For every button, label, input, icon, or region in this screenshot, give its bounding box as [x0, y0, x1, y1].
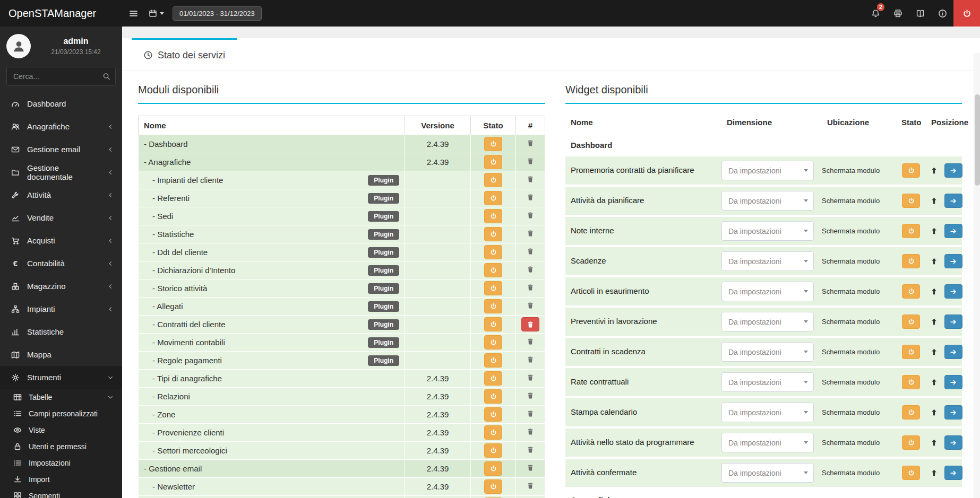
- trash-icon[interactable]: [527, 338, 534, 345]
- scrollbar-thumb[interactable]: [975, 94, 980, 186]
- module-toggle-button[interactable]: [484, 443, 502, 458]
- trash-icon[interactable]: [527, 446, 534, 453]
- dimension-select[interactable]: Da impostazioni: [721, 191, 814, 211]
- trash-icon[interactable]: [527, 212, 534, 219]
- move-to-button[interactable]: [944, 254, 962, 268]
- sidebar-item-gestione-email[interactable]: Gestione email: [0, 138, 122, 161]
- sidebar-item-contabilita[interactable]: €Contabilità: [0, 252, 122, 275]
- sidebar-subitem-impostazioni[interactable]: Impostazioni: [0, 455, 122, 471]
- trash-icon[interactable]: [527, 194, 534, 201]
- module-delete-button[interactable]: [521, 317, 539, 331]
- widget-toggle-button[interactable]: [902, 435, 920, 450]
- dimension-select[interactable]: Da impostazioni: [721, 403, 814, 422]
- brand-logo[interactable]: OpenSTAManager: [0, 0, 122, 27]
- calendar-dropdown-button[interactable]: [144, 0, 168, 27]
- module-toggle-button[interactable]: [484, 245, 502, 259]
- move-to-button[interactable]: [944, 375, 962, 389]
- trash-icon[interactable]: [527, 428, 534, 435]
- logout-button[interactable]: [953, 0, 980, 27]
- avatar[interactable]: [6, 34, 31, 58]
- move-to-button[interactable]: [944, 194, 962, 208]
- info-button[interactable]: [931, 0, 953, 27]
- sidebar-item-strumenti[interactable]: Strumenti: [0, 366, 122, 389]
- manual-button[interactable]: [909, 0, 931, 27]
- widget-toggle-button[interactable]: [902, 405, 920, 420]
- module-toggle-button[interactable]: [484, 335, 502, 350]
- module-toggle-button[interactable]: [484, 209, 502, 223]
- sidebar-item-magazzino[interactable]: Magazzino: [0, 275, 122, 298]
- trash-icon[interactable]: [527, 230, 534, 237]
- dimension-select[interactable]: Da impostazioni: [721, 433, 814, 452]
- sidebar-subitem-campi-personalizzati[interactable]: Campi personalizzati: [0, 405, 122, 422]
- sidebar-item-mappa[interactable]: Mappa: [0, 343, 122, 366]
- sidebar-subitem-import[interactable]: Import: [0, 471, 122, 487]
- sidebar-item-statistiche[interactable]: Statistiche: [0, 320, 122, 343]
- module-toggle-button[interactable]: [484, 461, 502, 476]
- trash-icon[interactable]: [527, 410, 534, 417]
- module-toggle-button[interactable]: [484, 389, 502, 404]
- dimension-select[interactable]: Da impostazioni: [721, 372, 814, 392]
- widget-toggle-button[interactable]: [902, 314, 920, 329]
- move-up-icon[interactable]: [930, 167, 938, 174]
- dimension-select[interactable]: Da impostazioni: [721, 282, 814, 301]
- trash-icon[interactable]: [527, 482, 534, 490]
- widget-toggle-button[interactable]: [902, 224, 920, 238]
- module-toggle-button[interactable]: [484, 263, 502, 277]
- module-toggle-button[interactable]: [484, 353, 502, 368]
- module-toggle-button[interactable]: [484, 155, 502, 169]
- module-toggle-button[interactable]: [484, 371, 502, 386]
- trash-icon[interactable]: [527, 374, 534, 381]
- trash-icon[interactable]: [527, 464, 534, 471]
- module-toggle-button[interactable]: [484, 299, 502, 313]
- trash-icon[interactable]: [527, 139, 534, 147]
- trash-icon[interactable]: [527, 302, 534, 309]
- trash-icon[interactable]: [527, 392, 534, 399]
- move-up-icon[interactable]: [930, 227, 938, 235]
- move-up-icon[interactable]: [930, 197, 938, 205]
- widget-toggle-button[interactable]: [902, 163, 920, 178]
- sidebar-item-acquisti[interactable]: Acquisti: [0, 229, 122, 252]
- trash-icon[interactable]: [527, 266, 534, 273]
- dimension-select[interactable]: Da impostazioni: [721, 161, 814, 180]
- move-to-button[interactable]: [944, 435, 962, 450]
- scrollbar[interactable]: [974, 53, 980, 498]
- module-toggle-button[interactable]: [484, 407, 502, 422]
- trash-icon[interactable]: [527, 176, 534, 183]
- trash-icon[interactable]: [527, 284, 534, 291]
- widget-toggle-button[interactable]: [902, 375, 920, 389]
- search-input[interactable]: [6, 67, 116, 86]
- widget-toggle-button[interactable]: [902, 284, 920, 299]
- move-up-icon[interactable]: [930, 378, 938, 386]
- move-up-icon[interactable]: [930, 439, 938, 447]
- sidebar-item-attivita[interactable]: Attività: [0, 184, 122, 206]
- sidebar-subitem-viste[interactable]: Viste: [0, 422, 122, 438]
- module-toggle-button[interactable]: [484, 191, 502, 205]
- sidebar-item-anagrafiche[interactable]: Anagrafiche: [0, 115, 122, 138]
- move-to-button[interactable]: [944, 405, 962, 420]
- trash-icon[interactable]: [527, 356, 534, 363]
- dimension-select[interactable]: Da impostazioni: [721, 463, 814, 483]
- sidebar-item-dashboard[interactable]: Dashboard: [0, 92, 122, 115]
- sidebar-subitem-segmenti[interactable]: Segmenti: [0, 487, 122, 498]
- trash-icon[interactable]: [527, 248, 534, 255]
- widget-toggle-button[interactable]: [902, 345, 920, 359]
- sidebar-subitem-utenti-e-permessi[interactable]: Utenti e permessi: [0, 438, 122, 455]
- move-to-button[interactable]: [944, 314, 962, 329]
- sidebar-item-impianti[interactable]: Impianti: [0, 298, 122, 320]
- sidebar-toggle-button[interactable]: [122, 0, 144, 27]
- module-toggle-button[interactable]: [484, 227, 502, 241]
- move-up-icon[interactable]: [930, 287, 938, 295]
- widget-toggle-button[interactable]: [902, 254, 920, 268]
- notifications-button[interactable]: 2: [864, 0, 887, 27]
- module-toggle-button[interactable]: [484, 137, 502, 151]
- module-toggle-button[interactable]: [484, 317, 502, 331]
- move-up-icon[interactable]: [930, 348, 938, 356]
- trash-icon[interactable]: [527, 158, 534, 165]
- dimension-select[interactable]: Da impostazioni: [721, 221, 814, 241]
- module-toggle-button[interactable]: [484, 281, 502, 295]
- move-up-icon[interactable]: [930, 469, 938, 477]
- sidebar-subitem-tabelle[interactable]: Tabelle: [0, 389, 122, 405]
- search-icon[interactable]: [102, 73, 110, 81]
- widget-toggle-button[interactable]: [902, 466, 920, 480]
- move-to-button[interactable]: [944, 466, 962, 480]
